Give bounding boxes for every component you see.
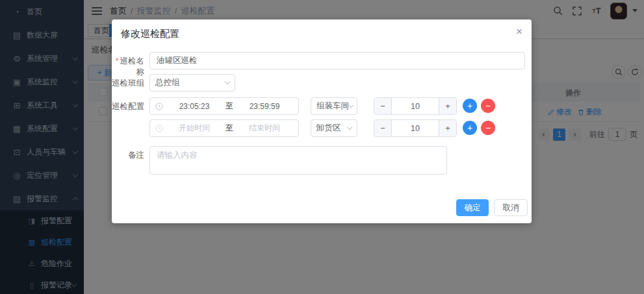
edit-inspection-dialog: 修改巡检配置 × *巡检名称 巡检班组 总控组 巡检配置 23:05:23 至 … xyxy=(112,19,532,223)
area-select-row2[interactable]: 卸货区 xyxy=(311,119,357,137)
count-stepper-row2: − 10 + xyxy=(374,119,457,137)
clock-icon xyxy=(155,103,163,110)
remark-textarea[interactable] xyxy=(149,146,447,175)
clock-icon xyxy=(155,125,163,132)
close-icon[interactable]: × xyxy=(516,26,522,37)
end-time-placeholder[interactable]: 结束时间 xyxy=(236,123,293,134)
chevron-down-icon xyxy=(348,103,354,108)
chevron-down-icon xyxy=(225,79,230,84)
area-select-value: 组装车间 xyxy=(316,101,349,112)
stepper-value[interactable]: 10 xyxy=(392,98,439,114)
team-select-value: 总控组 xyxy=(155,77,225,88)
area-select-value: 卸货区 xyxy=(316,123,348,134)
name-field-label: *巡检名称 xyxy=(112,56,144,78)
range-separator: 至 xyxy=(225,123,233,134)
team-select[interactable]: 总控组 xyxy=(149,74,235,92)
team-field-label: 巡检班组 xyxy=(112,78,144,89)
time-range-picker-row1[interactable]: 23:05:23 至 23:59:59 xyxy=(149,97,299,115)
count-stepper-row1: − 10 + xyxy=(374,97,457,115)
remark-field-label: 备注 xyxy=(112,150,144,161)
area-select-row1[interactable]: 组装车间 xyxy=(311,97,357,115)
confirm-button[interactable]: 确定 xyxy=(456,199,489,216)
start-time-placeholder[interactable]: 开始时间 xyxy=(166,123,223,134)
stepper-decrease-button[interactable]: − xyxy=(374,120,392,136)
app-frame: ◔ 首页 ▤ 数据大屏 ⚙ 系统管理 ▣ 系统监控 ⊞ 系统工具 ▦ 系统配置 xyxy=(0,0,644,294)
required-mark: * xyxy=(116,56,119,66)
stepper-value[interactable]: 10 xyxy=(392,120,439,136)
stepper-increase-button[interactable]: + xyxy=(439,98,456,114)
add-config-row-button[interactable]: + xyxy=(463,121,477,135)
stepper-decrease-button[interactable]: − xyxy=(374,98,392,114)
end-time-value[interactable]: 23:59:59 xyxy=(236,102,293,111)
start-time-value[interactable]: 23:05:23 xyxy=(166,102,223,111)
range-separator: 至 xyxy=(225,101,233,112)
stepper-increase-button[interactable]: + xyxy=(439,120,456,136)
config-field-label: 巡检配置 xyxy=(112,101,144,112)
chevron-down-icon xyxy=(347,125,352,130)
inspection-name-input[interactable] xyxy=(149,52,525,69)
remove-config-row-button[interactable]: − xyxy=(481,99,495,113)
cancel-button[interactable]: 取消 xyxy=(494,199,528,216)
remove-config-row-button[interactable]: − xyxy=(481,121,495,135)
add-config-row-button[interactable]: + xyxy=(463,99,477,113)
time-range-picker-row2[interactable]: 开始时间 至 结束时间 xyxy=(149,119,299,137)
dialog-title: 修改巡检配置 xyxy=(121,28,179,40)
